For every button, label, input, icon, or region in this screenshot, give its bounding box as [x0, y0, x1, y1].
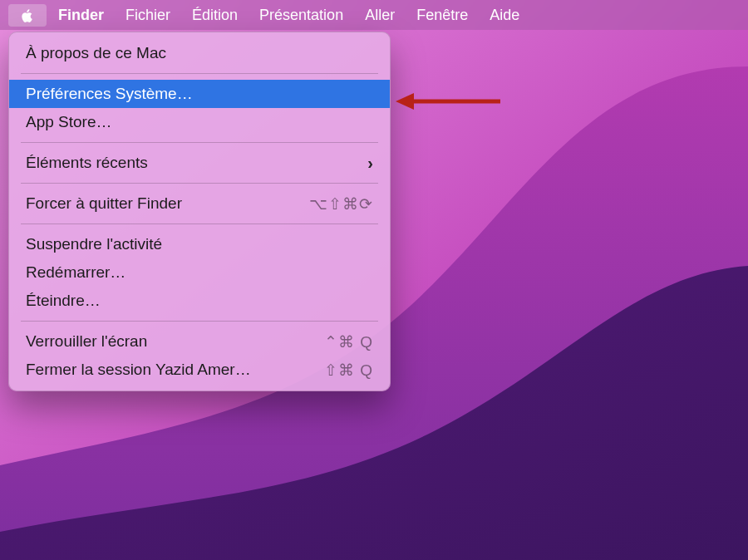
annotation-arrow: [396, 88, 504, 115]
menu-item-logout[interactable]: Fermer la session Yazid Amer… ⇧⌘ Q: [9, 356, 390, 384]
apple-menu-dropdown: À propos de ce Mac Préférences Système… …: [8, 32, 391, 391]
keyboard-shortcut: ⌥⇧⌘⟳: [309, 194, 373, 214]
menu-item-label: Éteindre…: [26, 292, 373, 310]
menubar-item-aller[interactable]: Aller: [355, 3, 405, 27]
menu-item-lock-screen[interactable]: Verrouiller l'écran ⌃⌘ Q: [9, 327, 390, 356]
keyboard-shortcut: ⇧⌘ Q: [324, 361, 373, 380]
menu-item-sleep[interactable]: Suspendre l'activité: [9, 230, 390, 258]
menu-separator: [21, 224, 378, 224]
menu-item-system-preferences[interactable]: Préférences Système…: [9, 80, 390, 108]
menu-item-label: Suspendre l'activité: [26, 235, 373, 253]
chevron-right-icon: ›: [367, 154, 373, 173]
menu-separator: [21, 183, 378, 184]
menu-item-label: Préférences Système…: [26, 85, 373, 103]
menu-item-label: À propos de ce Mac: [26, 44, 373, 62]
menubar-item-edition[interactable]: Édition: [182, 3, 248, 27]
menu-item-shutdown[interactable]: Éteindre…: [9, 287, 390, 315]
menubar-item-presentation[interactable]: Présentation: [249, 3, 353, 27]
keyboard-shortcut: ⌃⌘ Q: [324, 332, 373, 351]
menu-item-force-quit[interactable]: Forcer à quitter Finder ⌥⇧⌘⟳: [9, 189, 390, 218]
menubar-app-name[interactable]: Finder: [48, 3, 114, 27]
menu-separator: [21, 321, 378, 322]
menubar-item-aide[interactable]: Aide: [480, 3, 529, 27]
menu-item-label: Éléments récents: [26, 154, 367, 172]
menu-item-label: App Store…: [26, 113, 373, 131]
apple-icon: [19, 7, 36, 24]
menu-item-label: Forcer à quitter Finder: [26, 194, 309, 213]
menu-separator: [21, 73, 378, 74]
menu-item-recents[interactable]: Éléments récents ›: [9, 149, 390, 177]
menu-bar: Finder Fichier Édition Présentation Alle…: [0, 0, 748, 30]
menu-item-about[interactable]: À propos de ce Mac: [9, 39, 390, 67]
apple-menu-button[interactable]: [8, 4, 47, 27]
svg-marker-2: [396, 93, 414, 110]
menubar-item-fenetre[interactable]: Fenêtre: [406, 3, 478, 27]
menubar-item-fichier[interactable]: Fichier: [116, 3, 180, 27]
menu-separator: [21, 142, 378, 143]
menu-item-app-store[interactable]: App Store…: [9, 108, 390, 136]
menu-item-restart[interactable]: Redémarrer…: [9, 258, 390, 287]
menu-item-label: Verrouiller l'écran: [26, 332, 324, 351]
menu-item-label: Redémarrer…: [26, 263, 373, 282]
menu-item-label: Fermer la session Yazid Amer…: [26, 361, 324, 379]
